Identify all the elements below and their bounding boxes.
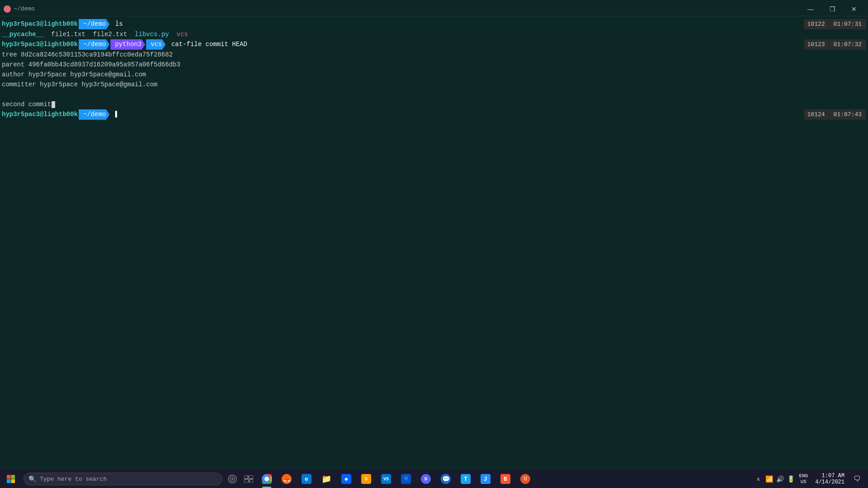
prompt-dir-1: ~/demo [79,19,109,29]
svg-point-2 [231,478,233,480]
prompt-shell-vcs: vcs [146,39,165,50]
search-placeholder: Type here to search [40,476,107,483]
taskbar-app-dropbox[interactable]: ◆ [336,470,356,488]
output-author: author hyp3r5pace hyp3r5pace@gmail.com [2,70,146,80]
badge-num-1: 10122 [804,19,829,30]
tray-network[interactable]: 📶 [764,470,774,488]
file-libvcs: libvcs.py [135,30,169,39]
terminal-line-3: hyp3r5pac3@lightb00k ~/demo python3 vcs … [2,39,866,50]
terminal-line-9: second commit [2,99,866,109]
battery-icon: 🔋 [787,475,795,483]
file-vcs: vcs [177,30,188,39]
lang-code: ENG [799,473,808,479]
notification-icon: 🗨 [854,475,861,483]
taskbar-app-edge[interactable]: e [297,470,316,488]
prompt-user-3: hyp3r5pac3@lightb00k [2,40,78,49]
language-area[interactable]: ENG US [797,473,810,485]
taskbar-app-chrome[interactable] [257,470,277,488]
badge-num-10: 10124 [804,109,829,120]
vscode-icon: VS [381,474,391,484]
taskbar-app-vscode[interactable]: VS [376,470,396,488]
taskbar-app-brave[interactable]: B [495,470,515,488]
file-file1: file1.txt [51,30,85,39]
taskbar-app-files[interactable]: 📁 [316,470,336,488]
prompt-dir-10: ~/demo [79,109,109,120]
terminal-icon [4,5,11,13]
taskbar-apps: 🦊 e 📁 ◆ S VS ⑂ D 💬 [257,470,754,488]
clock-date: 4/14/2021 [815,479,844,485]
file-file2: file2.txt [93,30,127,39]
badge-10: 10124 01:07:43 [804,109,866,120]
search-icon: 🔍 [28,475,36,483]
chevron-icon: ∧ [757,476,760,483]
clock-time: 1:07 AM [822,473,844,479]
prompt-user-10: hyp3r5pac3@lightb00k [2,110,78,119]
windows-icon [7,475,15,483]
task-view-icon [244,475,253,483]
files-icon: 📁 [321,474,331,484]
joplin-icon: J [481,474,491,484]
prompt-cmd-3: cat-file commit HEAD [167,40,247,49]
prompt-user-1: hyp3r5pac3@lightb00k [2,19,78,29]
task-view-button[interactable] [241,470,257,488]
tweetdeck-icon: T [461,474,471,484]
terminal-line-4: tree 8d2ca8246c5301153ca9194bffcc0eda75f… [2,50,866,60]
title-bar-controls: — ❐ ✕ [800,3,864,15]
terminal-line-5: parent 496fa0bb43cd8937d16209a95a957a06f… [2,60,866,70]
dropbox-icon: ◆ [341,474,351,484]
file-sep-4 [169,30,177,39]
terminal-line-1: hyp3r5pac3@lightb00k ~/demo ls 10122 01:… [2,19,866,29]
prompt-dir-3: ~/demo [79,39,109,50]
badge-time-3: 01:07:32 [829,39,866,50]
svg-point-10 [265,477,269,481]
taskbar-app-ubuntu[interactable]: U [515,470,535,488]
volume-icon: 🔊 [776,475,784,483]
taskbar-app-sourcetree[interactable]: ⑂ [396,470,416,488]
clock-area[interactable]: 1:07 AM 4/14/2021 [811,470,848,488]
cortana-icon [228,474,237,483]
brave-icon: B [500,474,510,484]
terminal-line-2: __pycache__ file1.txt file2.txt libvcs.p… [2,29,866,39]
terminal-line-7: committer hyp3r5pace hyp3r5pace@gmail.co… [2,80,866,89]
start-button[interactable] [0,470,22,488]
taskbar-app-sublime[interactable]: S [356,470,376,488]
badge-3: 10123 01:07:32 [804,39,866,50]
svg-rect-4 [249,475,253,479]
taskbar-right: ∧ 📶 🔊 🔋 ENG US 1:07 AM 4/14/2021 🗨 [754,470,868,488]
messenger-icon: 💬 [441,474,451,484]
svg-rect-5 [244,479,249,483]
terminal-content: hyp3r5pac3@lightb00k ~/demo ls 10122 01:… [0,16,868,122]
output-parent: parent 496fa0bb43cd8937d16209a95a957a06f… [2,60,180,70]
output-tree: tree 8d2ca8246c5301153ca9194bffcc0eda75f… [2,50,173,60]
lang-region: US [801,479,807,485]
chrome-icon [262,474,272,484]
sublime-icon: S [361,474,371,484]
notification-button[interactable]: 🗨 [850,470,864,488]
taskbar-app-discord[interactable]: D [416,470,436,488]
discord-icon: D [421,474,431,484]
title-text: ~/demo [14,5,35,12]
edge-icon: e [302,474,311,484]
file-pycache: __pycache__ [2,30,43,39]
file-sep-3 [127,30,135,39]
badge-time-10: 01:07:43 [829,109,866,120]
terminal-window: ~/demo — ❐ ✕ hyp3r5pac3@lightb00k ~/demo… [0,0,868,470]
terminal-line-6: author hyp3r5pace hyp3r5pace@gmail.com [2,70,866,80]
maximize-button[interactable]: ❐ [822,3,843,15]
sourcetree-icon: ⑂ [401,474,411,484]
taskbar-search-bar[interactable]: 🔍 Type here to search [24,473,222,485]
taskbar-app-joplin[interactable]: J [476,470,495,488]
taskbar-app-firefox[interactable]: 🦊 [277,470,297,488]
tray-chevron-button[interactable]: ∧ [754,470,763,488]
taskbar-app-tweetdeck[interactable]: T [456,470,476,488]
tray-battery[interactable]: 🔋 [786,470,795,488]
cortana-button[interactable] [224,470,241,488]
close-button[interactable]: ✕ [844,3,864,15]
firefox-icon: 🦊 [282,474,292,484]
title-bar-left: ~/demo [4,5,35,13]
minimize-button[interactable]: — [800,3,821,15]
svg-rect-6 [250,479,253,483]
terminal-line-10: hyp3r5pac3@lightb00k ~/demo ▌ 10124 01:0… [2,109,866,120]
tray-volume[interactable]: 🔊 [775,470,784,488]
taskbar-app-messenger[interactable]: 💬 [436,470,456,488]
